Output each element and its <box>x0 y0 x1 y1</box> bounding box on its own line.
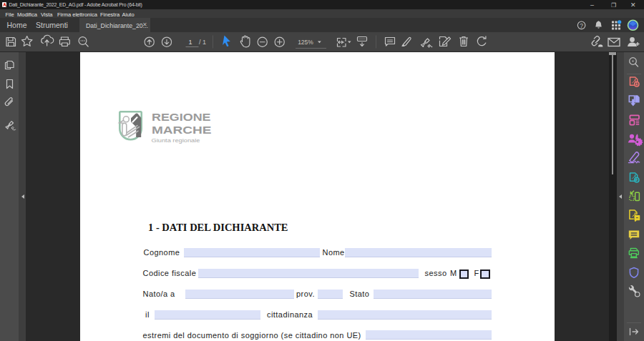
svg-text:/ 1: / 1 <box>199 39 206 46</box>
svg-text:REGIONE: REGIONE <box>152 112 211 123</box>
svg-text:1: 1 <box>188 39 192 46</box>
svg-text:MARCHE: MARCHE <box>152 124 212 136</box>
svg-text:?: ? <box>580 22 583 29</box>
svg-text:Giunta regionale: Giunta regionale <box>152 137 200 144</box>
svg-text:125%: 125% <box>298 39 313 46</box>
